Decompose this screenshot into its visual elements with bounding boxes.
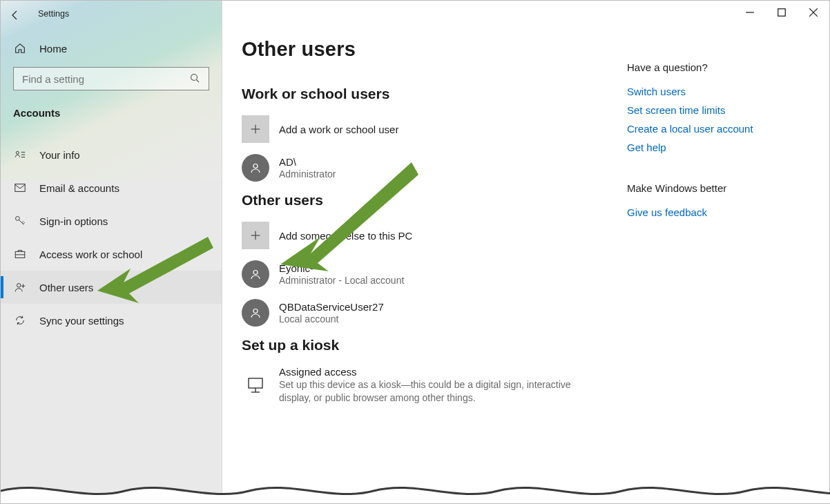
- help-link-screen-time[interactable]: Set screen time limits: [627, 104, 807, 116]
- user-card-icon: [13, 148, 27, 161]
- svg-point-14: [17, 284, 21, 287]
- feedback-heading: Make Windows better: [627, 182, 807, 194]
- sync-icon: [13, 314, 27, 327]
- svg-line-5: [197, 79, 200, 82]
- feedback-link[interactable]: Give us feedback: [627, 206, 807, 218]
- search-input[interactable]: [21, 72, 189, 86]
- close-button[interactable]: [798, 2, 829, 23]
- svg-rect-1: [778, 9, 786, 17]
- svg-point-23: [253, 309, 258, 313]
- user-name: QBDataServiceUser27: [279, 301, 384, 313]
- svg-rect-24: [249, 378, 262, 388]
- sidebar-item-email-accounts[interactable]: Email & accounts: [1, 171, 222, 204]
- add-work-school-user[interactable]: Add a work or school user: [242, 115, 615, 144]
- key-icon: [13, 215, 27, 227]
- plus-icon: [242, 115, 269, 143]
- home-icon: [13, 42, 27, 55]
- user-avatar-icon: [242, 260, 269, 288]
- kiosk-assigned-access[interactable]: Assigned access Set up this device as a …: [242, 366, 615, 405]
- right-panel: Have a question? Switch users Set screen…: [627, 38, 807, 503]
- sidebar: Home Accounts Your info E: [1, 1, 222, 503]
- sidebar-item-label: Other users: [39, 282, 93, 293]
- minimize-button[interactable]: [734, 2, 766, 23]
- user-name: Eyonic-: [279, 262, 404, 274]
- window-title: Settings: [30, 1, 69, 19]
- titlebar: Settings: [1, 1, 829, 30]
- section-heading-other-users: Other users: [242, 192, 615, 209]
- main: Other users Work or school users Add a w…: [222, 1, 829, 503]
- svg-point-19: [253, 164, 258, 168]
- sidebar-item-label: Email & accounts: [39, 182, 119, 194]
- add-work-school-label: Add a work or school user: [279, 124, 398, 135]
- add-other-user[interactable]: Add someone else to this PC: [242, 221, 615, 250]
- user-plus-icon: [13, 281, 27, 293]
- kiosk-desc: Set up this device as a kiosk—this could…: [279, 378, 576, 405]
- kiosk-title: Assigned access: [279, 366, 576, 378]
- question-heading: Have a question?: [627, 61, 807, 73]
- sidebar-item-label: Sign-in options: [39, 215, 108, 227]
- svg-point-22: [253, 271, 258, 275]
- sidebar-item-label: Your info: [39, 149, 80, 161]
- sidebar-home[interactable]: Home: [1, 37, 222, 67]
- user-avatar-icon: [242, 154, 269, 182]
- other-user[interactable]: Eyonic- Administrator - Local account: [242, 260, 615, 289]
- plus-icon: [242, 222, 269, 249]
- svg-point-6: [16, 151, 19, 154]
- page-title: Other users: [242, 38, 615, 61]
- svg-point-4: [191, 74, 197, 80]
- sidebar-home-label: Home: [39, 43, 67, 55]
- briefcase-icon: [13, 248, 27, 260]
- work-school-user[interactable]: AD\ Administrator: [242, 153, 615, 182]
- sidebar-item-sync-settings[interactable]: Sync your settings: [1, 304, 222, 337]
- sidebar-item-label: Sync your settings: [39, 315, 124, 327]
- back-button[interactable]: [1, 1, 30, 30]
- sidebar-item-your-info[interactable]: Your info: [1, 138, 222, 171]
- svg-rect-10: [15, 184, 25, 192]
- user-name: AD\: [279, 156, 336, 168]
- section-heading-kiosk: Set up a kiosk: [242, 337, 615, 353]
- sidebar-item-signin-options[interactable]: Sign-in options: [1, 204, 222, 238]
- sidebar-item-access-work-school[interactable]: Access work or school: [1, 238, 222, 271]
- maximize-button[interactable]: [766, 2, 798, 23]
- user-role: Administrator: [279, 168, 336, 180]
- section-heading-work-school: Work or school users: [242, 86, 615, 102]
- sidebar-section-label: Accounts: [1, 103, 222, 135]
- sidebar-item-other-users[interactable]: Other users: [1, 271, 222, 304]
- sidebar-item-label: Access work or school: [39, 249, 142, 260]
- help-link-create-local-user[interactable]: Create a local user account: [627, 123, 807, 135]
- search-box[interactable]: [13, 67, 209, 90]
- help-link-get-help[interactable]: Get help: [627, 142, 807, 153]
- add-other-user-label: Add someone else to this PC: [279, 230, 412, 242]
- kiosk-icon: [242, 371, 269, 399]
- mail-icon: [13, 182, 27, 194]
- user-avatar-icon: [242, 299, 269, 327]
- search-icon: [189, 72, 202, 86]
- other-user[interactable]: QBDataServiceUser27 Local account: [242, 298, 615, 327]
- help-link-switch-users[interactable]: Switch users: [627, 86, 807, 97]
- user-role: Local account: [279, 313, 384, 324]
- user-role: Administrator - Local account: [279, 275, 404, 286]
